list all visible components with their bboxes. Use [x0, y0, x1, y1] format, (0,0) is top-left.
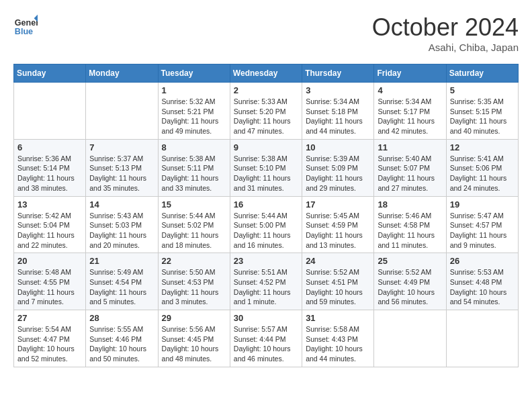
day-info: Sunrise: 5:45 AMSunset: 4:59 PMDaylight:…: [306, 211, 370, 250]
day-number: 18: [378, 199, 442, 210]
calendar-cell: 26Sunrise: 5:53 AMSunset: 4:48 PMDayligh…: [446, 253, 518, 310]
calendar-cell: 2Sunrise: 5:33 AMSunset: 5:20 PMDaylight…: [230, 83, 302, 140]
calendar-day-header: Tuesday: [158, 64, 230, 83]
title-block: October 2024 Asahi, Chiba, Japan: [372, 13, 519, 53]
day-number: 3: [306, 85, 370, 95]
calendar-cell: [374, 310, 446, 367]
calendar-cell: 8Sunrise: 5:38 AMSunset: 5:11 PMDaylight…: [158, 139, 230, 196]
calendar-cell: 27Sunrise: 5:54 AMSunset: 4:47 PMDayligh…: [14, 310, 86, 367]
day-number: 17: [306, 199, 370, 210]
day-info: Sunrise: 5:44 AMSunset: 5:00 PMDaylight:…: [234, 211, 298, 250]
calendar-cell: 20Sunrise: 5:48 AMSunset: 4:55 PMDayligh…: [14, 253, 86, 310]
calendar-week-row: 6Sunrise: 5:36 AMSunset: 5:14 PMDaylight…: [14, 139, 519, 196]
month-year-title: October 2024: [372, 13, 519, 42]
calendar-day-header: Saturday: [446, 64, 518, 83]
calendar-cell: 22Sunrise: 5:50 AMSunset: 4:53 PMDayligh…: [158, 253, 230, 310]
day-info: Sunrise: 5:40 AMSunset: 5:07 PMDaylight:…: [378, 154, 442, 193]
calendar-table: SundayMondayTuesdayWednesdayThursdayFrid…: [13, 64, 519, 367]
day-number: 24: [306, 256, 370, 266]
day-info: Sunrise: 5:39 AMSunset: 5:09 PMDaylight:…: [306, 154, 370, 193]
calendar-cell: 21Sunrise: 5:49 AMSunset: 4:54 PMDayligh…: [86, 253, 158, 310]
calendar-day-header: Sunday: [14, 64, 86, 83]
day-number: 27: [17, 313, 82, 323]
day-info: Sunrise: 5:51 AMSunset: 4:52 PMDaylight:…: [234, 267, 298, 307]
day-number: 16: [234, 199, 298, 210]
day-info: Sunrise: 5:42 AMSunset: 5:04 PMDaylight:…: [17, 211, 82, 250]
calendar-cell: 3Sunrise: 5:34 AMSunset: 5:18 PMDaylight…: [302, 83, 374, 140]
day-info: Sunrise: 5:37 AMSunset: 5:13 PMDaylight:…: [89, 154, 154, 193]
day-info: Sunrise: 5:41 AMSunset: 5:06 PMDaylight:…: [450, 154, 515, 193]
calendar-week-row: 13Sunrise: 5:42 AMSunset: 5:04 PMDayligh…: [14, 196, 519, 253]
calendar-header-row: SundayMondayTuesdayWednesdayThursdayFrid…: [14, 64, 519, 83]
page-header: General Blue October 2024 Asahi, Chiba, …: [13, 13, 519, 53]
calendar-day-header: Monday: [86, 64, 158, 83]
day-number: 8: [162, 142, 226, 152]
calendar-cell: 9Sunrise: 5:38 AMSunset: 5:10 PMDaylight…: [230, 139, 302, 196]
day-number: 23: [234, 256, 298, 266]
day-number: 14: [89, 199, 154, 210]
day-number: 4: [378, 85, 442, 95]
day-info: Sunrise: 5:56 AMSunset: 4:45 PMDaylight:…: [162, 324, 226, 364]
calendar-cell: 5Sunrise: 5:35 AMSunset: 5:15 PMDaylight…: [446, 83, 518, 140]
calendar-cell: 23Sunrise: 5:51 AMSunset: 4:52 PMDayligh…: [230, 253, 302, 310]
calendar-cell: 4Sunrise: 5:34 AMSunset: 5:17 PMDaylight…: [374, 83, 446, 140]
day-number: 5: [450, 85, 515, 95]
day-info: Sunrise: 5:43 AMSunset: 5:03 PMDaylight:…: [89, 211, 154, 250]
day-info: Sunrise: 5:33 AMSunset: 5:20 PMDaylight:…: [234, 97, 298, 136]
calendar-week-row: 1Sunrise: 5:32 AMSunset: 5:21 PMDaylight…: [14, 83, 519, 140]
calendar-cell: [86, 83, 158, 140]
day-number: 31: [306, 313, 370, 323]
day-info: Sunrise: 5:53 AMSunset: 4:48 PMDaylight:…: [450, 267, 515, 307]
calendar-cell: 19Sunrise: 5:47 AMSunset: 4:57 PMDayligh…: [446, 196, 518, 253]
day-number: 21: [89, 256, 154, 266]
day-number: 30: [234, 313, 298, 323]
day-number: 25: [378, 256, 442, 266]
calendar-cell: 10Sunrise: 5:39 AMSunset: 5:09 PMDayligh…: [302, 139, 374, 196]
day-number: 29: [162, 313, 226, 323]
calendar-cell: 13Sunrise: 5:42 AMSunset: 5:04 PMDayligh…: [14, 196, 86, 253]
day-number: 9: [234, 142, 298, 152]
day-number: 12: [450, 142, 515, 152]
day-number: 20: [17, 256, 82, 266]
day-number: 6: [17, 142, 82, 152]
calendar-cell: 18Sunrise: 5:46 AMSunset: 4:58 PMDayligh…: [374, 196, 446, 253]
calendar-cell: 7Sunrise: 5:37 AMSunset: 5:13 PMDaylight…: [86, 139, 158, 196]
calendar-cell: 29Sunrise: 5:56 AMSunset: 4:45 PMDayligh…: [158, 310, 230, 367]
logo: General Blue: [13, 13, 40, 38]
day-info: Sunrise: 5:52 AMSunset: 4:49 PMDaylight:…: [378, 267, 442, 307]
day-info: Sunrise: 5:32 AMSunset: 5:21 PMDaylight:…: [162, 97, 226, 136]
day-number: 15: [162, 199, 226, 210]
calendar-cell: 30Sunrise: 5:57 AMSunset: 4:44 PMDayligh…: [230, 310, 302, 367]
day-info: Sunrise: 5:47 AMSunset: 4:57 PMDaylight:…: [450, 211, 515, 250]
calendar-week-row: 27Sunrise: 5:54 AMSunset: 4:47 PMDayligh…: [14, 310, 519, 367]
svg-text:Blue: Blue: [15, 27, 33, 36]
day-number: 7: [89, 142, 154, 152]
calendar-cell: 1Sunrise: 5:32 AMSunset: 5:21 PMDaylight…: [158, 83, 230, 140]
calendar-cell: 15Sunrise: 5:44 AMSunset: 5:02 PMDayligh…: [158, 196, 230, 253]
calendar-day-header: Friday: [374, 64, 446, 83]
day-number: 28: [89, 313, 154, 323]
calendar-cell: 25Sunrise: 5:52 AMSunset: 4:49 PMDayligh…: [374, 253, 446, 310]
day-number: 1: [162, 85, 226, 95]
day-info: Sunrise: 5:57 AMSunset: 4:44 PMDaylight:…: [234, 324, 298, 364]
calendar-cell: 28Sunrise: 5:55 AMSunset: 4:46 PMDayligh…: [86, 310, 158, 367]
day-info: Sunrise: 5:48 AMSunset: 4:55 PMDaylight:…: [17, 267, 82, 307]
day-info: Sunrise: 5:38 AMSunset: 5:10 PMDaylight:…: [234, 154, 298, 193]
day-info: Sunrise: 5:55 AMSunset: 4:46 PMDaylight:…: [89, 324, 154, 364]
calendar-cell: 12Sunrise: 5:41 AMSunset: 5:06 PMDayligh…: [446, 139, 518, 196]
day-info: Sunrise: 5:36 AMSunset: 5:14 PMDaylight:…: [17, 154, 82, 193]
calendar-cell: 6Sunrise: 5:36 AMSunset: 5:14 PMDaylight…: [14, 139, 86, 196]
day-number: 22: [162, 256, 226, 266]
day-number: 13: [17, 199, 82, 210]
calendar-cell: 24Sunrise: 5:52 AMSunset: 4:51 PMDayligh…: [302, 253, 374, 310]
day-info: Sunrise: 5:49 AMSunset: 4:54 PMDaylight:…: [89, 267, 154, 307]
day-info: Sunrise: 5:38 AMSunset: 5:11 PMDaylight:…: [162, 154, 226, 193]
day-number: 10: [306, 142, 370, 152]
calendar-cell: 14Sunrise: 5:43 AMSunset: 5:03 PMDayligh…: [86, 196, 158, 253]
day-number: 26: [450, 256, 515, 266]
calendar-day-header: Wednesday: [230, 64, 302, 83]
day-info: Sunrise: 5:52 AMSunset: 4:51 PMDaylight:…: [306, 267, 370, 307]
day-info: Sunrise: 5:54 AMSunset: 4:47 PMDaylight:…: [17, 324, 82, 364]
day-info: Sunrise: 5:34 AMSunset: 5:18 PMDaylight:…: [306, 97, 370, 136]
day-info: Sunrise: 5:34 AMSunset: 5:17 PMDaylight:…: [378, 97, 442, 136]
